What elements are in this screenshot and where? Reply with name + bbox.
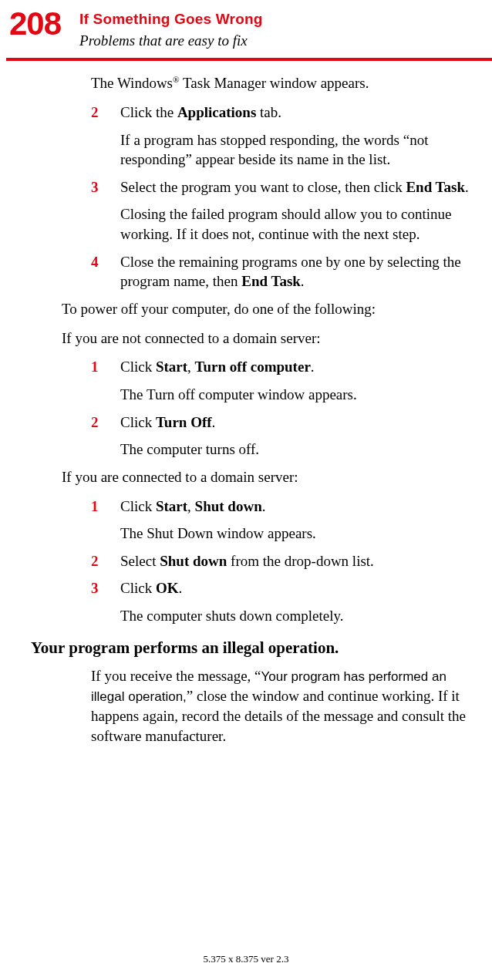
bold-text: Shut down (195, 498, 262, 514)
step-item: 2 Click Turn Off. The computer turns off… (91, 413, 473, 460)
text: . (212, 414, 216, 430)
text: Click (120, 414, 156, 430)
text: . (178, 580, 182, 596)
step-number: 4 (91, 252, 120, 291)
subheading: Your program performs an illegal operati… (31, 637, 473, 658)
step-text: Click Turn Off. (120, 413, 473, 433)
step-body: Select the program you want to close, th… (120, 177, 473, 244)
step-text: Select the program you want to close, th… (120, 177, 473, 197)
bold-text: Start (156, 498, 187, 514)
text: Click (120, 359, 156, 375)
text: from the drop-down list. (227, 553, 374, 569)
step-text: Close the remaining programs one by one … (120, 252, 473, 291)
step-number: 2 (91, 413, 120, 460)
step-note: The Shut Down window appears. (120, 524, 473, 544)
title-block: If Something Goes Wrong Problems that ar… (79, 8, 263, 50)
step-item: 1 Click Start, Turn off computer. The Tu… (91, 357, 473, 404)
bold-text: OK (156, 580, 179, 596)
text: . (262, 498, 266, 514)
text: . (465, 179, 469, 195)
intro-line: The Windows® Task Manager window appears… (91, 73, 473, 93)
text: . (311, 359, 315, 375)
step-body: Click Start, Turn off computer. The Turn… (120, 357, 473, 404)
bold-text: Turn Off (156, 414, 212, 430)
text: , (187, 498, 195, 514)
text: . (301, 273, 305, 289)
page-number: 208 (9, 8, 61, 40)
step-number: 2 (91, 551, 120, 571)
paragraph: To power off your computer, do one of th… (62, 299, 473, 319)
step-number: 3 (91, 578, 120, 625)
step-number: 1 (91, 357, 120, 404)
text: Select the program you want to close, th… (120, 179, 406, 195)
text: , (187, 359, 195, 375)
text: tab. (256, 104, 281, 120)
step-body: Click OK. The computer shuts down comple… (120, 578, 473, 625)
step-item: 1 Click Start, Shut down. The Shut Down … (91, 497, 473, 544)
text: The Windows (91, 75, 173, 91)
step-item: 2 Select Shut down from the drop-down li… (91, 551, 473, 571)
bold-text: Turn off computer (195, 359, 311, 375)
text: Click (120, 498, 156, 514)
step-text: Select Shut down from the drop-down list… (120, 551, 473, 571)
bold-text: Applications (177, 104, 256, 120)
page-footer: 5.375 x 8.375 ver 2.3 (0, 952, 492, 966)
final-paragraph: If you receive the message, “Your progra… (91, 666, 473, 746)
text: Click the (120, 104, 177, 120)
step-number: 2 (91, 103, 120, 170)
step-item: 4 Close the remaining programs one by on… (91, 252, 473, 291)
bold-text: Shut down (160, 553, 227, 569)
step-body: Click the Applications tab. If a program… (120, 103, 473, 170)
text: Click (120, 580, 156, 596)
step-text: Click OK. (120, 578, 473, 598)
step-body: Click Turn Off. The computer turns off. (120, 413, 473, 460)
body-content: The Windows® Task Manager window appears… (0, 73, 492, 746)
step-number: 1 (91, 497, 120, 544)
step-note: The computer turns off. (120, 439, 473, 460)
registered-mark: ® (173, 75, 180, 84)
step-item: 2 Click the Applications tab. If a progr… (91, 103, 473, 170)
step-item: 3 Click OK. The computer shuts down comp… (91, 578, 473, 625)
step-item: 3 Select the program you want to close, … (91, 177, 473, 244)
step-note: Closing the failed program should allow … (120, 204, 473, 244)
bold-text: End Task (406, 179, 465, 195)
paragraph: If you are not connected to a domain ser… (62, 328, 473, 349)
step-text: Click the Applications tab. (120, 103, 473, 123)
step-body: Click Start, Shut down. The Shut Down wi… (120, 497, 473, 544)
step-body: Select Shut down from the drop-down list… (120, 551, 473, 571)
step-note: If a program has stopped responding, the… (120, 130, 473, 170)
step-note: The computer shuts down completely. (120, 606, 473, 626)
step-text: Click Start, Shut down. (120, 497, 473, 517)
step-number: 3 (91, 177, 120, 244)
paragraph: If you are connected to a domain server: (62, 467, 473, 487)
section-title: Problems that are easy to fix (79, 31, 263, 51)
header-rule (6, 58, 492, 61)
text: Task Manager window appears. (180, 75, 369, 91)
step-body: Close the remaining programs one by one … (120, 252, 473, 291)
bold-text: Start (156, 359, 187, 375)
page-header: 208 If Something Goes Wrong Problems tha… (0, 0, 492, 50)
bold-text: End Task (241, 273, 301, 289)
text: If you receive the message, “ (91, 668, 261, 684)
step-note: The Turn off computer window appears. (120, 385, 473, 405)
chapter-title: If Something Goes Wrong (79, 9, 263, 29)
step-text: Click Start, Turn off computer. (120, 357, 473, 377)
text: Select (120, 553, 160, 569)
